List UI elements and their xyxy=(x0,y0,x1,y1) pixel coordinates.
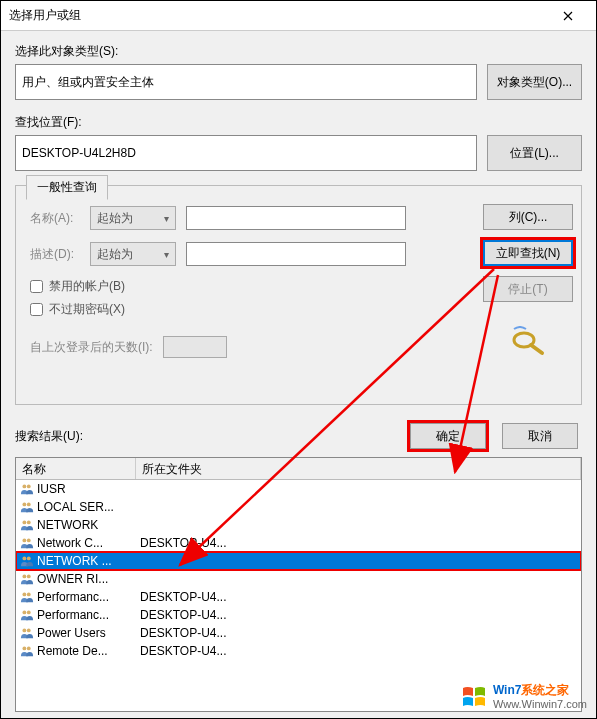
chevron-down-icon: ▾ xyxy=(164,213,169,224)
group-icon xyxy=(20,518,34,532)
group-icon xyxy=(20,644,34,658)
table-row[interactable]: Performanc...DESKTOP-U4... xyxy=(16,588,581,606)
group-icon xyxy=(20,572,34,586)
column-header-name[interactable]: 名称 xyxy=(16,458,136,479)
common-queries-tab[interactable]: 一般性查询 xyxy=(26,175,108,200)
result-folder-cell: DESKTOP-U4... xyxy=(136,608,581,622)
result-folder-cell: DESKTOP-U4... xyxy=(136,536,581,550)
locations-button[interactable]: 位置(L)... xyxy=(487,135,582,171)
days-since-logon-label: 自上次登录后的天数(I): xyxy=(30,339,153,356)
name-input[interactable] xyxy=(186,206,406,230)
group-icon xyxy=(20,608,34,622)
svg-point-17 xyxy=(27,628,31,632)
result-name-cell: Remote De... xyxy=(16,644,136,658)
svg-point-10 xyxy=(22,574,26,578)
action-row: 搜索结果(U): 确定 取消 xyxy=(15,423,578,449)
group-icon xyxy=(20,536,34,550)
result-folder-cell: DESKTOP-U4... xyxy=(136,626,581,640)
svg-point-3 xyxy=(27,502,31,506)
cancel-button[interactable]: 取消 xyxy=(502,423,578,449)
results-listview[interactable]: 名称 所在文件夹 IUSRLOCAL SER...NETWORKNetwork … xyxy=(15,457,582,712)
result-name-cell: Power Users xyxy=(16,626,136,640)
svg-point-4 xyxy=(22,520,26,524)
group-icon xyxy=(20,590,34,604)
result-folder-cell: DESKTOP-U4... xyxy=(136,644,581,658)
table-row[interactable]: Network C...DESKTOP-U4... xyxy=(16,534,581,552)
watermark-url: Www.Winwin7.com xyxy=(493,698,587,711)
table-row[interactable]: OWNER RI... xyxy=(16,570,581,588)
svg-point-13 xyxy=(27,592,31,596)
object-type-row: 用户、组或内置安全主体 对象类型(O)... xyxy=(15,64,582,100)
svg-point-8 xyxy=(22,556,26,560)
svg-point-5 xyxy=(27,520,31,524)
ok-button[interactable]: 确定 xyxy=(410,423,486,449)
right-button-column: 列(C)... 立即查找(N) 停止(T) xyxy=(483,204,573,356)
watermark-brand: Win7系统之家 xyxy=(493,683,587,697)
find-icon xyxy=(508,326,548,356)
svg-point-11 xyxy=(27,574,31,578)
svg-point-2 xyxy=(22,502,26,506)
svg-point-7 xyxy=(27,538,31,542)
result-name-cell: OWNER RI... xyxy=(16,572,136,586)
stop-button[interactable]: 停止(T) xyxy=(483,276,573,302)
chevron-down-icon: ▾ xyxy=(164,249,169,260)
table-row[interactable]: NETWORK ... xyxy=(16,552,581,570)
result-name-cell: Performanc... xyxy=(16,608,136,622)
column-header-folder[interactable]: 所在文件夹 xyxy=(136,458,581,479)
columns-button[interactable]: 列(C)... xyxy=(483,204,573,230)
location-label: 查找位置(F): xyxy=(15,114,582,131)
result-name-cell: Performanc... xyxy=(16,590,136,604)
description-input[interactable] xyxy=(186,242,406,266)
svg-point-12 xyxy=(22,592,26,596)
results-header: 名称 所在文件夹 xyxy=(16,458,581,480)
svg-point-19 xyxy=(27,646,31,650)
table-row[interactable]: IUSR xyxy=(16,480,581,498)
object-type-label: 选择此对象类型(S): xyxy=(15,43,582,60)
nonexpiring-password-label: 不过期密码(X) xyxy=(49,301,125,318)
name-label: 名称(A): xyxy=(30,210,90,227)
svg-point-0 xyxy=(22,484,26,488)
table-row[interactable]: LOCAL SER... xyxy=(16,498,581,516)
name-match-combo[interactable]: 起始为 ▾ xyxy=(90,206,176,230)
object-type-textbox[interactable]: 用户、组或内置安全主体 xyxy=(15,64,477,100)
disabled-accounts-checkbox[interactable] xyxy=(30,280,43,293)
search-results-label: 搜索结果(U): xyxy=(15,428,394,445)
result-name-cell: NETWORK ... xyxy=(16,554,136,568)
dialog-content: 选择此对象类型(S): 用户、组或内置安全主体 对象类型(O)... 查找位置(… xyxy=(1,31,596,718)
svg-point-9 xyxy=(27,556,31,560)
description-label: 描述(D): xyxy=(30,246,90,263)
results-body: IUSRLOCAL SER...NETWORKNetwork C...DESKT… xyxy=(16,480,581,711)
result-name-cell: IUSR xyxy=(16,482,136,496)
close-icon xyxy=(563,11,573,21)
select-user-group-dialog: 选择用户或组 选择此对象类型(S): 用户、组或内置安全主体 对象类型(O)..… xyxy=(0,0,597,719)
nonexpiring-password-checkbox[interactable] xyxy=(30,303,43,316)
result-name-cell: LOCAL SER... xyxy=(16,500,136,514)
windows-logo-icon xyxy=(461,684,487,710)
svg-point-18 xyxy=(22,646,26,650)
svg-point-14 xyxy=(22,610,26,614)
close-button[interactable] xyxy=(548,2,588,30)
location-textbox[interactable]: DESKTOP-U4L2H8D xyxy=(15,135,477,171)
group-icon xyxy=(20,482,34,496)
table-row[interactable]: Performanc...DESKTOP-U4... xyxy=(16,606,581,624)
svg-point-16 xyxy=(22,628,26,632)
watermark: Win7系统之家 Www.Winwin7.com xyxy=(461,683,587,711)
table-row[interactable]: Power UsersDESKTOP-U4... xyxy=(16,624,581,642)
titlebar: 选择用户或组 xyxy=(1,1,596,31)
result-name-cell: Network C... xyxy=(16,536,136,550)
object-types-button[interactable]: 对象类型(O)... xyxy=(487,64,582,100)
result-name-cell: NETWORK xyxy=(16,518,136,532)
find-now-button[interactable]: 立即查找(N) xyxy=(483,240,573,266)
dialog-title: 选择用户或组 xyxy=(9,7,548,24)
group-icon xyxy=(20,626,34,640)
svg-point-15 xyxy=(27,610,31,614)
group-icon xyxy=(20,554,34,568)
group-icon xyxy=(20,500,34,514)
svg-point-6 xyxy=(22,538,26,542)
disabled-accounts-label: 禁用的帐户(B) xyxy=(49,278,125,295)
table-row[interactable]: Remote De...DESKTOP-U4... xyxy=(16,642,581,660)
table-row[interactable]: NETWORK xyxy=(16,516,581,534)
description-match-combo[interactable]: 起始为 ▾ xyxy=(90,242,176,266)
location-row: DESKTOP-U4L2H8D 位置(L)... xyxy=(15,135,582,171)
days-since-logon-spinner[interactable] xyxy=(163,336,227,358)
